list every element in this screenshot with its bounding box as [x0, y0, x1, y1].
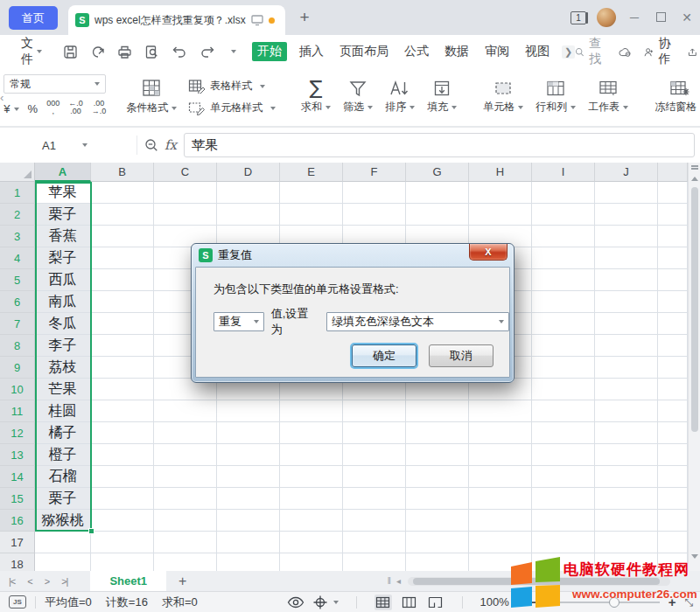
- cell-C11[interactable]: [154, 400, 217, 422]
- cell-C15[interactable]: [154, 488, 217, 510]
- cell-A15[interactable]: 栗子: [35, 488, 91, 510]
- cell-A9[interactable]: 荔枝: [35, 357, 91, 379]
- cell-H1[interactable]: [469, 182, 532, 204]
- cell-G15[interactable]: [406, 488, 469, 510]
- row-header-3[interactable]: 3: [0, 226, 35, 247]
- vertical-scrollbar[interactable]: [688, 163, 700, 571]
- export-icon[interactable]: [90, 45, 105, 59]
- last-sheet-icon[interactable]: >|: [61, 576, 67, 587]
- cell-K11[interactable]: [658, 400, 688, 422]
- cell-E1[interactable]: [280, 182, 343, 204]
- cell-C2[interactable]: [154, 204, 217, 226]
- cell-I13[interactable]: [532, 444, 595, 466]
- cell-D1[interactable]: [217, 182, 280, 204]
- cell-I12[interactable]: [532, 422, 595, 444]
- cell-D2[interactable]: [217, 204, 280, 226]
- fx-icon[interactable]: fx: [164, 137, 177, 153]
- cell-D15[interactable]: [217, 488, 280, 510]
- sheet-tab[interactable]: Sheet1: [90, 571, 166, 591]
- cell-E15[interactable]: [280, 488, 343, 510]
- fill-button[interactable]: 填充: [421, 68, 463, 126]
- cell-A11[interactable]: 桂圆: [35, 400, 91, 422]
- cell-D18[interactable]: [217, 553, 280, 571]
- cell-I3[interactable]: [532, 226, 595, 247]
- print-icon[interactable]: [117, 45, 132, 59]
- save-icon[interactable]: [63, 45, 78, 59]
- minimize-button[interactable]: ─: [626, 10, 642, 24]
- prev-sheet-icon[interactable]: <: [27, 576, 32, 587]
- cell-G14[interactable]: [406, 466, 469, 488]
- cell-B10[interactable]: [91, 379, 154, 400]
- normal-view-button[interactable]: [374, 595, 392, 610]
- column-header-G[interactable]: G: [406, 163, 469, 182]
- cell-J7[interactable]: [595, 313, 658, 335]
- tab-formulas[interactable]: 公式: [401, 42, 432, 61]
- tab-view[interactable]: 视图: [522, 42, 553, 61]
- cell-B6[interactable]: [91, 291, 154, 313]
- first-sheet-icon[interactable]: |<: [9, 576, 15, 587]
- cell-B14[interactable]: [91, 466, 154, 488]
- cell-I6[interactable]: [532, 291, 595, 313]
- cell-B1[interactable]: [91, 182, 154, 204]
- cell-K9[interactable]: [658, 357, 688, 379]
- selection-mode-control[interactable]: [313, 595, 339, 609]
- cell-I9[interactable]: [532, 357, 595, 379]
- row-header-1[interactable]: 1: [0, 182, 35, 204]
- collab-control[interactable]: 协作: [644, 36, 676, 67]
- dialog-close-button[interactable]: X: [469, 244, 508, 261]
- column-header-C[interactable]: C: [154, 163, 217, 182]
- decrease-decimal-button[interactable]: ←.0.00: [68, 100, 83, 115]
- fill-handle[interactable]: [88, 528, 94, 534]
- cell-G18[interactable]: [406, 553, 469, 571]
- cell-D17[interactable]: [217, 532, 280, 553]
- cell-B17[interactable]: [91, 532, 154, 553]
- cell-I2[interactable]: [532, 204, 595, 226]
- column-header-D[interactable]: D: [217, 163, 280, 182]
- cell-J17[interactable]: [595, 532, 658, 553]
- cell-I17[interactable]: [532, 532, 595, 553]
- cell-K5[interactable]: [658, 269, 688, 291]
- redo-icon[interactable]: [200, 45, 215, 59]
- cell-B11[interactable]: [91, 400, 154, 422]
- cell-E13[interactable]: [280, 444, 343, 466]
- cell-I4[interactable]: [532, 247, 595, 269]
- document-tab[interactable]: S wps excel怎样查找重复项？.xlsx: [68, 5, 285, 35]
- column-header-E[interactable]: E: [280, 163, 343, 182]
- cell-A3[interactable]: 香蕉: [35, 226, 91, 247]
- cell-H2[interactable]: [469, 204, 532, 226]
- tab-page-layout[interactable]: 页面布局: [336, 42, 392, 61]
- cell-H17[interactable]: [469, 532, 532, 553]
- cell-K4[interactable]: [658, 247, 688, 269]
- row-header-18[interactable]: 18: [0, 553, 35, 571]
- cell-C14[interactable]: [154, 466, 217, 488]
- cell-I11[interactable]: [532, 400, 595, 422]
- cell-I16[interactable]: [532, 510, 595, 532]
- cell-H16[interactable]: [469, 510, 532, 532]
- cell-A12[interactable]: 橘子: [35, 422, 91, 444]
- row-header-15[interactable]: 15: [0, 488, 35, 510]
- worksheet-button[interactable]: 工作表: [582, 68, 634, 126]
- cell-A10[interactable]: 芒果: [35, 379, 91, 400]
- formula-input[interactable]: 苹果: [184, 133, 695, 157]
- cancel-button[interactable]: 取消: [429, 344, 494, 367]
- row-header-7[interactable]: 7: [0, 313, 35, 335]
- column-header-H[interactable]: H: [469, 163, 532, 182]
- cell-J11[interactable]: [595, 400, 658, 422]
- cell-F15[interactable]: [343, 488, 406, 510]
- cell-K7[interactable]: [658, 313, 688, 335]
- cell-G2[interactable]: [406, 204, 469, 226]
- tab-insert[interactable]: 插入: [296, 42, 327, 61]
- cell-I1[interactable]: [532, 182, 595, 204]
- tab-home[interactable]: 开始: [252, 42, 287, 61]
- cell-B18[interactable]: [91, 553, 154, 571]
- cell-F18[interactable]: [343, 553, 406, 571]
- cell-B12[interactable]: [91, 422, 154, 444]
- cell-H11[interactable]: [469, 400, 532, 422]
- cell-B7[interactable]: [91, 313, 154, 335]
- scrollbar-split-handle[interactable]: [691, 165, 698, 170]
- cell-B4[interactable]: [91, 247, 154, 269]
- number-format-select[interactable]: 常规: [4, 74, 106, 94]
- eye-icon[interactable]: [287, 596, 304, 609]
- undo-icon[interactable]: [172, 45, 187, 59]
- row-header-6[interactable]: 6: [0, 291, 35, 313]
